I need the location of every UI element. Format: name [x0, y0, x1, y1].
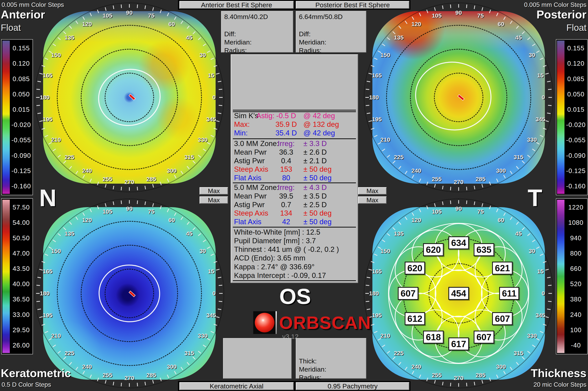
angle-label: 0 — [212, 290, 216, 297]
scale-tick-label: 0.050 — [565, 91, 587, 98]
angle-label: 75 — [477, 208, 484, 215]
thickness-color-scale: 12201080940800660520380240100-40 — [556, 198, 588, 354]
zone3-steep-tol: ± 50 deg — [303, 165, 332, 174]
acd-value: ACD (Endo): 3.65 mm — [234, 254, 305, 262]
angle-label: 165 — [43, 72, 53, 79]
zone5-flat-row: Flat Axis 42 ± 50 deg — [231, 218, 358, 226]
meridian-label: Meridian: — [299, 366, 326, 373]
zone3-steep-row: Steep Axis 153 ± 50 deg — [231, 165, 358, 174]
scale-tick-label: 0.050 — [10, 91, 32, 98]
anterior-title: Anterior — [1, 8, 45, 21]
angle-label: 60 — [498, 21, 504, 27]
scale-tick-label: 29.50 — [10, 326, 32, 334]
angle-label: 0 — [212, 94, 216, 101]
angle-label: 285 — [476, 176, 486, 183]
astig-axis: @ 42 deg — [303, 112, 335, 120]
zone3-astig-value: 0.4 — [273, 157, 299, 165]
thickness-info-panel: Thick: Meridian: Radius: — [296, 338, 366, 379]
angle-label: 90 — [455, 205, 462, 212]
max-value: 35.9 D — [273, 120, 299, 129]
divider — [233, 280, 356, 281]
flat-axis-label: Flat Axis — [234, 218, 262, 226]
angle-label: 240 — [411, 167, 421, 174]
angle-label: 285 — [146, 176, 156, 183]
thickness-max-button[interactable]: Max — [358, 196, 387, 204]
flat-axis-label: Flat Axis — [234, 174, 262, 182]
scale-tick-label: 1080 — [565, 219, 587, 226]
anterior-bfs-button[interactable]: Anterior Best Fit Sphere — [179, 1, 294, 9]
angle-label: 270 — [454, 179, 464, 186]
angle-label: 210 — [51, 332, 61, 339]
angle-label: 300 — [167, 363, 177, 370]
zone5-astig-row: Astig Pwr 0.7 ± 2.5 D — [231, 201, 358, 209]
posterior-bfs-button[interactable]: Posterior Best Fit Sphere — [296, 1, 409, 9]
angle-label: 225 — [394, 350, 404, 357]
angle-label: 105 — [102, 208, 112, 215]
scale-tick-label: -0.125 — [565, 167, 587, 175]
pachymetry-value-box: 611 — [499, 287, 519, 300]
angle-label: 315 — [513, 154, 523, 161]
posterior-color-scale: 0.1550.1200.0850.0500.015-0.020-0.055-0.… — [556, 39, 588, 195]
pachymetry-value-box: 607 — [398, 287, 418, 300]
angle-label: 15 — [537, 268, 544, 275]
posterior-subtitle: Float — [567, 22, 587, 33]
posterior-max-button[interactable]: Max — [358, 187, 387, 195]
kappa-value: Kappa : 2.74° @ 336.69° — [234, 263, 315, 271]
angle-label: 330 — [198, 136, 207, 143]
keratometric-color-scale: 57.5054.0050.5047.0043.5040.0036.5033.00… — [1, 198, 33, 354]
angle-label: 345 — [206, 116, 216, 123]
scale-tick-label: -40 — [565, 342, 587, 349]
diff-label: Diff: — [224, 30, 236, 38]
scale-tick-label: -0.090 — [565, 152, 587, 159]
bottom-left-panel — [223, 338, 292, 379]
scale-tick-label: 520 — [565, 280, 587, 288]
angle-label: 150 — [381, 248, 390, 254]
max-label: Max: — [234, 120, 250, 129]
pachymetry-value-box: 617 — [448, 337, 469, 350]
kappa-intercept-row: Kappa Intercept : -0.09, 0.17 — [231, 272, 358, 280]
zone5-irreg-value: ± 4.3 D — [303, 184, 327, 192]
pupil-diameter-row: Pupil Diameter [mm] : 3.7 — [231, 237, 358, 245]
angle-label: 90 — [126, 9, 132, 16]
radius-label: Radius: — [299, 374, 321, 381]
scale-tick-label: -0.055 — [10, 136, 32, 144]
scale-tick-label: 47.00 — [10, 250, 32, 257]
zone3-astig-tol: ± 2.1 D — [303, 157, 327, 165]
ring-tick — [129, 200, 130, 204]
scale-tick-label: 660 — [565, 265, 587, 272]
angle-label: 255 — [102, 176, 112, 183]
angle-label: 300 — [167, 167, 177, 174]
angle-label: 15 — [208, 268, 214, 275]
scale-tick-label: -0.020 — [565, 121, 587, 129]
angle-label: 180 — [369, 94, 379, 101]
ring-tick — [458, 383, 459, 387]
angle-label: 255 — [102, 372, 112, 379]
keratometric-axial-button[interactable]: Keratometric Axial — [179, 382, 294, 390]
white-to-white-value: White-to-White [mm] : 12.5 — [234, 228, 320, 236]
angle-label: 120 — [82, 21, 92, 27]
zone3-flat-value: 80 — [273, 174, 299, 182]
angle-label: 135 — [394, 34, 404, 41]
pachymetry-value-box: 618 — [423, 331, 444, 344]
anterior-max-button[interactable]: Max — [199, 187, 228, 195]
white-to-white-row: White-to-White [mm] : 12.5 — [231, 228, 358, 237]
min-value: 35.4 D — [273, 129, 299, 137]
angle-label: 225 — [65, 350, 75, 357]
angle-label: 60 — [168, 217, 175, 223]
keratometric-max-button[interactable]: Max — [199, 196, 228, 204]
zone5-astig-tol: ± 2.5 D — [303, 201, 327, 209]
pachymetry-button[interactable]: 0.95 Pachymetry — [296, 382, 409, 390]
scale-tick-label: 0.120 — [565, 60, 587, 67]
scale-tick-label: -0.055 — [565, 136, 587, 144]
thickness-steps-label: 20 mic Color Steps — [533, 381, 587, 388]
angle-label: 285 — [146, 372, 156, 379]
zone3-flat-row: Flat Axis 80 ± 50 deg — [231, 174, 358, 183]
scale-tick-label: 0.085 — [10, 75, 32, 83]
astig-label: Astig: — [256, 112, 275, 120]
ring-tick — [458, 4, 459, 8]
angle-label: 105 — [432, 208, 442, 215]
angle-label: 135 — [65, 34, 75, 41]
map-keratometric: 0153045607590105120135150165180195210225… — [43, 207, 216, 380]
angle-label: 255 — [432, 372, 442, 379]
angle-label: 240 — [82, 363, 92, 370]
